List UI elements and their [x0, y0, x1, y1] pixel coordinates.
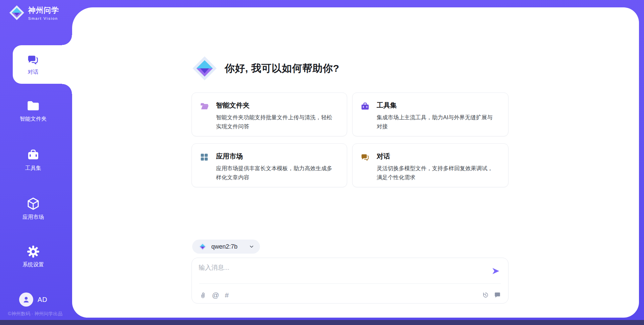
attach-button[interactable]: [199, 291, 206, 299]
gear-icon: [26, 245, 40, 258]
chat-icon: [27, 54, 39, 66]
send-button[interactable]: [491, 267, 500, 275]
brand-subtitle: Smart Vision: [28, 16, 59, 20]
brand-logo-diamond-icon: [9, 5, 25, 21]
card-chat[interactable]: 对话 灵活切换多模型文件，支持多样回复效果调试，满足个性化需求: [352, 143, 508, 187]
card-title: 应用市场: [216, 152, 337, 161]
card-title: 工具集: [377, 101, 498, 110]
topic-button[interactable]: #: [225, 291, 229, 299]
logo-diamond-icon: [198, 242, 207, 251]
sidebar-item-chat[interactable]: 对话: [13, 45, 72, 84]
card-description: 灵活切换多模型文件，支持多样回复效果调试，满足个性化需求: [377, 164, 498, 182]
user-profile[interactable]: AD: [0, 292, 66, 307]
card-title: 对话: [377, 152, 498, 161]
card-description: 集成市场上主流工具，助力AI与外界无缝扩展与对接: [377, 113, 498, 131]
sidebar-item-toolset[interactable]: 工具集: [0, 148, 66, 172]
message-input-box: @ #: [192, 258, 508, 304]
avatar: [19, 292, 33, 307]
card-title: 智能文件夹: [216, 101, 337, 110]
person-icon: [22, 296, 30, 304]
model-name: qwen2:7b: [211, 243, 237, 250]
sidebar-item-label: 智能文件夹: [0, 116, 66, 123]
toolbar-right: [482, 291, 501, 299]
sidebar-item-label: 系统设置: [0, 261, 66, 268]
send-icon: [491, 267, 500, 275]
feature-cards: 智能文件夹 智能文件夹功能支持批量文件上传与清洗，轻松实现文件问答 工具集 集成…: [192, 92, 508, 187]
model-selector[interactable]: qwen2:7b: [192, 240, 260, 254]
divider: [199, 283, 501, 284]
sidebar-item-label: 应用市场: [0, 214, 66, 221]
footer-credit: ©神州数码 · 神州问学出品: [0, 311, 70, 317]
sidebar-item-label: 对话: [28, 69, 39, 76]
greeting-title: 你好, 我可以如何帮助你?: [225, 62, 339, 75]
bottom-edge-bar: [0, 320, 644, 325]
card-toolset[interactable]: 工具集 集成市场上主流工具，助力AI与外界无缝扩展与对接: [352, 92, 508, 136]
user-name: AD: [38, 296, 47, 304]
briefcase-icon: [26, 148, 40, 162]
brand-name: 神州问学: [28, 5, 59, 15]
paperclip-icon: [199, 291, 206, 299]
chevron-down-icon: [249, 244, 255, 250]
folder-icon: [26, 99, 40, 113]
history-button[interactable]: [482, 291, 489, 299]
mention-button[interactable]: @: [212, 291, 219, 299]
brand-text: 神州问学 Smart Vision: [28, 5, 59, 20]
card-description: 应用市场提供丰富长文本模板，助力高效生成多样化文章内容: [216, 164, 337, 182]
card-app-market[interactable]: 应用市场 应用市场提供丰富长文本模板，助力高效生成多样化文章内容: [192, 143, 347, 187]
chat-bubble-icon: [494, 291, 501, 298]
main-panel: 你好, 我可以如何帮助你? 智能文件夹 智能文件夹功能支持批量文件上传与清洗，轻…: [72, 7, 639, 318]
conversations-button[interactable]: [494, 291, 501, 298]
chat-icon: [361, 153, 370, 162]
sidebar-item-smart-folder[interactable]: 智能文件夹: [0, 99, 66, 123]
folder-open-icon: [200, 102, 209, 111]
sidebar: 神州问学 Smart Vision 对话 智能文件夹 工具集 应用市场: [0, 0, 72, 325]
input-toolbar: @ #: [199, 289, 501, 301]
tab-curve-bottom: [62, 84, 72, 94]
composer: qwen2:7b: [192, 240, 508, 304]
tab-curve-top: [62, 35, 72, 45]
main-content: 你好, 我可以如何帮助你? 智能文件夹 智能文件夹功能支持批量文件上传与清洗，轻…: [192, 55, 508, 304]
sidebar-item-label: 工具集: [0, 165, 66, 172]
history-icon: [482, 291, 489, 299]
grid-icon: [200, 153, 209, 161]
sidebar-item-app-market[interactable]: 应用市场: [0, 197, 66, 221]
cube-icon: [26, 197, 40, 211]
toolbar-left: @ #: [199, 291, 229, 299]
message-input[interactable]: [199, 263, 480, 280]
sidebar-item-settings[interactable]: 系统设置: [0, 245, 66, 268]
brand: 神州问学 Smart Vision: [9, 5, 59, 21]
greeting: 你好, 我可以如何帮助你?: [192, 55, 508, 81]
briefcase-icon: [361, 102, 370, 111]
logo-diamond-icon: [192, 55, 218, 81]
card-description: 智能文件夹功能支持批量文件上传与清洗，轻松实现文件问答: [216, 113, 337, 131]
card-smart-folder[interactable]: 智能文件夹 智能文件夹功能支持批量文件上传与清洗，轻松实现文件问答: [192, 92, 347, 136]
